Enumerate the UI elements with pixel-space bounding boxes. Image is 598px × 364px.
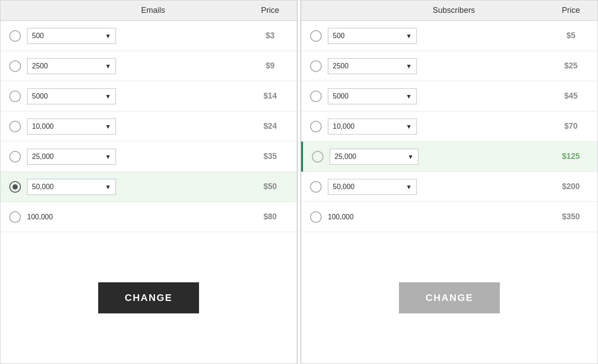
subscribers-radio-2[interactable] bbox=[310, 91, 322, 102]
emails-row: 25,000▼$35 bbox=[0, 142, 297, 172]
subscribers-row: 50,000▼$200 bbox=[301, 172, 598, 202]
emails-row: 2500▼$9 bbox=[0, 51, 297, 81]
emails-radio-3[interactable] bbox=[9, 121, 21, 132]
subscribers-select-4[interactable]: 25,000▼ bbox=[330, 149, 419, 165]
emails-panel: Emails Price 500▼$32500▼$95000▼$1410,000… bbox=[0, 0, 297, 364]
emails-price-6: $80 bbox=[252, 212, 288, 222]
emails-radio-1[interactable] bbox=[9, 60, 21, 72]
emails-row: 5000▼$14 bbox=[0, 81, 297, 111]
subscribers-radio-3[interactable] bbox=[310, 121, 322, 132]
subscribers-rows-container: 500▼$52500▼$255000▼$4510,000▼$7025,000▼$… bbox=[301, 21, 598, 232]
emails-price-5: $50 bbox=[252, 182, 288, 191]
emails-change-button[interactable]: CHANGE bbox=[98, 282, 199, 313]
subscribers-price-1: $25 bbox=[553, 61, 589, 71]
emails-select-1[interactable]: 2500▼ bbox=[27, 58, 116, 74]
subscribers-select-0[interactable]: 500▼ bbox=[328, 28, 417, 44]
emails-button-row: CHANGE bbox=[0, 232, 297, 364]
subscribers-row: 5000▼$45 bbox=[301, 81, 598, 111]
emails-select-wrapper-3: 10,000▼ bbox=[27, 119, 246, 135]
emails-header: Emails Price bbox=[0, 0, 297, 21]
subscribers-row: 25,000▼$125 bbox=[301, 142, 598, 172]
emails-select-2[interactable]: 5000▼ bbox=[27, 88, 116, 104]
subscribers-change-button[interactable]: CHANGE bbox=[399, 282, 500, 313]
subscribers-row: 100,000$350 bbox=[301, 202, 598, 232]
emails-radio-2[interactable] bbox=[9, 91, 21, 102]
subscribers-select-wrapper-1: 2500▼ bbox=[328, 58, 547, 74]
subscribers-price-3: $70 bbox=[553, 122, 589, 131]
emails-select-wrapper-1: 2500▼ bbox=[27, 58, 246, 74]
emails-row: 10,000▼$24 bbox=[0, 111, 297, 142]
emails-radio-5[interactable] bbox=[9, 181, 21, 193]
subscribers-select-1[interactable]: 2500▼ bbox=[328, 58, 417, 74]
emails-price-4: $35 bbox=[252, 152, 288, 161]
subscribers-select-wrapper-0: 500▼ bbox=[328, 28, 547, 44]
subscribers-header: Subscribers Price bbox=[301, 0, 598, 21]
subscribers-button-row: CHANGE bbox=[301, 232, 598, 364]
emails-select-0[interactable]: 500▼ bbox=[27, 28, 116, 44]
emails-select-wrapper-2: 5000▼ bbox=[27, 88, 246, 104]
emails-select-wrapper-4: 25,000▼ bbox=[27, 149, 246, 165]
subscribers-price-label: Price bbox=[553, 6, 589, 15]
subscribers-select-wrapper-5: 50,000▼ bbox=[328, 179, 547, 195]
emails-row: 100,000$80 bbox=[0, 202, 297, 232]
subscribers-select-2[interactable]: 5000▼ bbox=[328, 88, 417, 104]
subscribers-radio-5[interactable] bbox=[310, 181, 322, 193]
subscribers-radio-0[interactable] bbox=[310, 30, 322, 42]
subscribers-radio-4[interactable] bbox=[312, 151, 323, 162]
emails-select-wrapper-0: 500▼ bbox=[27, 28, 246, 44]
emails-radio-0[interactable] bbox=[9, 30, 21, 42]
subscribers-row: 2500▼$25 bbox=[301, 51, 598, 81]
panel-divider bbox=[297, 0, 301, 364]
subscribers-price-6: $350 bbox=[553, 212, 589, 222]
subscribers-panel: Subscribers Price 500▼$52500▼$255000▼$45… bbox=[301, 0, 598, 364]
subscribers-select-wrapper-3: 10,000▼ bbox=[328, 119, 547, 135]
emails-column-label: Emails bbox=[54, 6, 252, 15]
emails-price-0: $3 bbox=[252, 31, 288, 40]
emails-rows-container: 500▼$32500▼$95000▼$1410,000▼$2425,000▼$3… bbox=[0, 21, 297, 232]
subscribers-price-0: $5 bbox=[553, 31, 589, 40]
subscribers-plain-6: 100,000 bbox=[328, 213, 547, 221]
emails-price-1: $9 bbox=[252, 61, 288, 71]
subscribers-price-4: $125 bbox=[553, 152, 589, 161]
emails-select-5[interactable]: 50,000▼ bbox=[27, 179, 116, 195]
emails-select-wrapper-5: 50,000▼ bbox=[27, 179, 246, 195]
emails-select-4[interactable]: 25,000▼ bbox=[27, 149, 116, 165]
subscribers-select-wrapper-4: 25,000▼ bbox=[330, 149, 547, 165]
emails-radio-6[interactable] bbox=[9, 211, 21, 223]
subscribers-column-label: Subscribers bbox=[355, 6, 553, 15]
subscribers-price-2: $45 bbox=[553, 91, 589, 101]
subscribers-row: 500▼$5 bbox=[301, 21, 598, 51]
subscribers-radio-1[interactable] bbox=[310, 60, 322, 72]
emails-radio-4[interactable] bbox=[9, 151, 21, 162]
subscribers-radio-6[interactable] bbox=[310, 211, 322, 223]
subscribers-price-5: $200 bbox=[553, 182, 589, 191]
emails-row: 500▼$3 bbox=[0, 21, 297, 51]
emails-price-label: Price bbox=[252, 6, 288, 15]
emails-plain-6: 100,000 bbox=[27, 213, 246, 221]
subscribers-select-5[interactable]: 50,000▼ bbox=[328, 179, 417, 195]
emails-row: 50,000▼$50 bbox=[0, 172, 297, 202]
subscribers-select-3[interactable]: 10,000▼ bbox=[328, 119, 417, 135]
subscribers-select-wrapper-2: 5000▼ bbox=[328, 88, 547, 104]
emails-price-3: $24 bbox=[252, 122, 288, 131]
emails-select-3[interactable]: 10,000▼ bbox=[27, 119, 116, 135]
subscribers-row: 10,000▼$70 bbox=[301, 111, 598, 142]
emails-price-2: $14 bbox=[252, 91, 288, 101]
